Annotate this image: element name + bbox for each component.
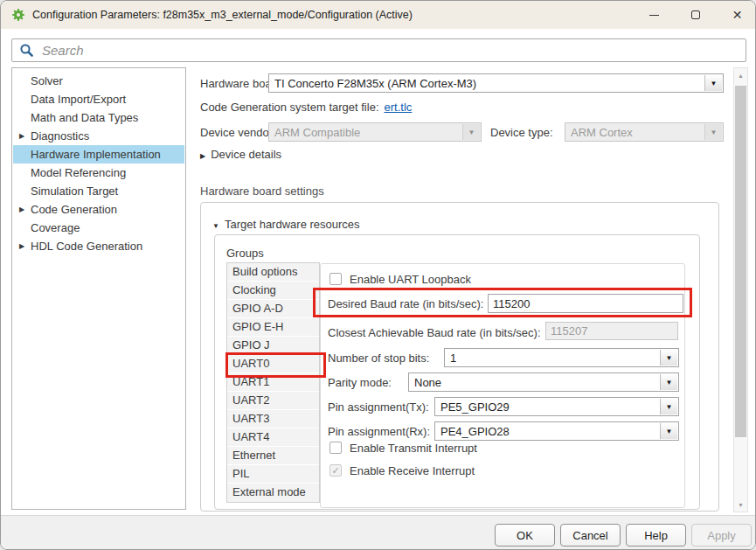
pin-assignment-rx-dropdown[interactable]: PE4_GPIO28 ▼ bbox=[434, 421, 679, 441]
pin-assignment-tx-value: PE5_GPIO29 bbox=[440, 400, 510, 414]
hardware-board-dropdown[interactable]: TI Concerto F28M35x (ARM Cortex-M3) ▼ bbox=[268, 73, 724, 93]
expand-arrow-icon[interactable]: ▶ bbox=[19, 200, 24, 219]
closest-baud-rate-input bbox=[545, 322, 678, 340]
sidebar-item-model-referencing[interactable]: Model Referencing bbox=[13, 164, 184, 182]
groups-list: Build options Clocking GPIO A-D GPIO E-H… bbox=[226, 262, 320, 503]
group-item-pil[interactable]: PIL bbox=[227, 465, 319, 484]
sidebar-item-solver[interactable]: Solver bbox=[13, 72, 184, 90]
window-title: Configuration Parameters: f28m35x_m3_ext… bbox=[32, 1, 413, 29]
hardware-board-value: TI Concerto F28M35x (ARM Cortex-M3) bbox=[274, 77, 476, 90]
pin-assignment-tx-dropdown[interactable]: PE5_GPIO29 ▼ bbox=[434, 397, 679, 416]
sidebar-item-simulation-target[interactable]: Simulation Target bbox=[13, 182, 184, 200]
scroll-up-icon[interactable]: ▲ bbox=[734, 68, 747, 82]
cancel-button[interactable]: Cancel bbox=[560, 524, 621, 547]
device-details-label: Device details bbox=[211, 148, 281, 161]
search-input[interactable] bbox=[40, 41, 746, 60]
sidebar-item-code-generation[interactable]: ▶Code Generation bbox=[13, 200, 184, 219]
group-item-uart2[interactable]: UART2 bbox=[227, 392, 319, 410]
stop-bits-dropdown[interactable]: 1 ▼ bbox=[444, 348, 679, 367]
group-item-external-mode[interactable]: External mode bbox=[227, 484, 319, 502]
scroll-down-icon[interactable]: ▼ bbox=[734, 498, 747, 512]
configuration-parameters-dialog: Configuration Parameters: f28m35x_m3_ext… bbox=[0, 0, 756, 550]
dropdown-arrow-icon: ▼ bbox=[462, 124, 480, 140]
maximize-button[interactable] bbox=[677, 1, 714, 29]
groups-label: Groups bbox=[226, 247, 264, 260]
stop-bits-label: Number of stop bits: bbox=[328, 352, 429, 365]
group-item-build-options[interactable]: Build options bbox=[227, 263, 319, 282]
vertical-scrollbar[interactable]: ▲ ▼ bbox=[733, 67, 748, 512]
parity-mode-dropdown[interactable]: None ▼ bbox=[408, 372, 679, 392]
pin-assignment-tx-label: Pin assignment(Tx): bbox=[328, 400, 429, 414]
apply-button: Apply bbox=[691, 524, 752, 547]
expand-arrow-icon[interactable]: ▶ bbox=[19, 237, 24, 255]
sidebar-item-hardware-implementation[interactable]: Hardware Implementation bbox=[13, 145, 184, 164]
group-item-uart3[interactable]: UART3 bbox=[227, 410, 319, 428]
group-item-gpio-e-h[interactable]: GPIO E-H bbox=[227, 318, 319, 337]
device-type-value: ARM Cortex bbox=[571, 126, 633, 139]
enable-receive-interrupt-checkbox: ✓ bbox=[329, 464, 342, 477]
close-icon: ✕ bbox=[732, 8, 743, 22]
uart0-settings-panel: Enable UART Loopback Desired Baud rate (… bbox=[320, 263, 685, 508]
simulink-config-gear-icon bbox=[11, 8, 25, 22]
collapse-arrow-icon[interactable]: ▼ bbox=[212, 222, 219, 230]
group-item-uart4[interactable]: UART4 bbox=[227, 428, 319, 447]
expand-arrow-icon[interactable]: ▶ bbox=[200, 152, 205, 160]
dropdown-arrow-icon[interactable]: ▼ bbox=[660, 374, 677, 390]
closest-baud-rate-label: Closest Achievable Baud rate (in bits/se… bbox=[328, 326, 541, 339]
ok-button[interactable]: OK bbox=[495, 524, 555, 547]
check-icon: ✓ bbox=[331, 465, 339, 476]
device-type-dropdown: ARM Cortex ▼ bbox=[565, 122, 724, 142]
desired-baud-rate-input[interactable] bbox=[488, 294, 683, 313]
stop-bits-value: 1 bbox=[450, 352, 456, 365]
sidebar-item-diagnostics[interactable]: ▶Diagnostics bbox=[13, 127, 184, 145]
target-file-label: Code Generation system target file: bbox=[200, 101, 379, 114]
hardware-board-settings-title: Hardware board settings bbox=[200, 184, 324, 198]
device-vendor-label: Device vendor: bbox=[200, 126, 276, 139]
dropdown-arrow-icon[interactable]: ▼ bbox=[660, 350, 677, 366]
target-file-row: Code Generation system target file:ert.t… bbox=[200, 101, 412, 114]
group-item-gpio-j[interactable]: GPIO J bbox=[227, 337, 319, 355]
search-icon bbox=[19, 43, 34, 58]
desired-baud-rate-label: Desired Baud rate (in bits/sec): bbox=[328, 297, 483, 310]
sidebar-item-hdl-code-generation[interactable]: ▶HDL Code Generation bbox=[13, 237, 184, 255]
dropdown-arrow-icon[interactable]: ▼ bbox=[704, 75, 722, 91]
enable-transmit-interrupt-label: Enable Transmit Interrupt bbox=[350, 442, 477, 455]
device-vendor-value: ARM Compatible bbox=[274, 126, 360, 139]
sidebar-item-math-and-data-types[interactable]: Math and Data Types bbox=[13, 108, 184, 127]
maximize-icon bbox=[691, 10, 700, 19]
group-item-clocking[interactable]: Clocking bbox=[227, 282, 319, 300]
enable-uart-loopback-checkbox[interactable] bbox=[329, 273, 342, 285]
parity-mode-value: None bbox=[414, 376, 441, 389]
group-item-uart0[interactable]: UART0 bbox=[227, 355, 319, 373]
sidebar-item-data-import-export[interactable]: Data Import/Export bbox=[13, 90, 184, 108]
group-item-uart1[interactable]: UART1 bbox=[227, 373, 319, 392]
dropdown-arrow-icon: ▼ bbox=[704, 124, 722, 140]
search-box[interactable] bbox=[11, 38, 746, 62]
title-bar: Configuration Parameters: f28m35x_m3_ext… bbox=[1, 1, 756, 29]
device-type-label: Device type: bbox=[490, 126, 553, 139]
expand-arrow-icon[interactable]: ▶ bbox=[19, 127, 24, 145]
scrollbar-thumb[interactable] bbox=[735, 86, 746, 437]
pin-assignment-rx-value: PE4_GPIO28 bbox=[440, 425, 510, 438]
help-button[interactable]: Help bbox=[626, 524, 686, 547]
ert-tlc-link[interactable]: ert.tlc bbox=[385, 101, 413, 114]
device-vendor-dropdown: ARM Compatible ▼ bbox=[268, 122, 482, 142]
close-button[interactable]: ✕ bbox=[718, 1, 756, 29]
target-hardware-resources-label: Target hardware resources bbox=[225, 218, 360, 231]
dropdown-arrow-icon[interactable]: ▼ bbox=[660, 423, 677, 439]
pin-assignment-rx-label: Pin assignment(Rx): bbox=[328, 425, 430, 438]
device-details-toggle[interactable]: ▶Device details bbox=[200, 148, 281, 161]
minimize-icon bbox=[649, 15, 659, 16]
dialog-footer: OK Cancel Help Apply bbox=[1, 515, 756, 550]
enable-uart-loopback-label: Enable UART Loopback bbox=[350, 273, 471, 286]
sidebar-item-coverage[interactable]: Coverage bbox=[13, 219, 184, 237]
dropdown-arrow-icon[interactable]: ▼ bbox=[660, 399, 677, 414]
enable-receive-interrupt-label: Enable Receive Interrupt bbox=[350, 464, 475, 477]
enable-transmit-interrupt-checkbox[interactable] bbox=[329, 442, 342, 454]
category-tree: Solver Data Import/Export Math and Data … bbox=[11, 67, 186, 510]
parity-mode-label: Parity mode: bbox=[328, 376, 392, 389]
group-item-ethernet[interactable]: Ethernet bbox=[227, 447, 319, 465]
minimize-button[interactable] bbox=[635, 1, 672, 29]
group-item-gpio-a-d[interactable]: GPIO A-D bbox=[227, 300, 319, 318]
target-hardware-resources-toggle[interactable]: ▼Target hardware resources bbox=[212, 218, 360, 231]
